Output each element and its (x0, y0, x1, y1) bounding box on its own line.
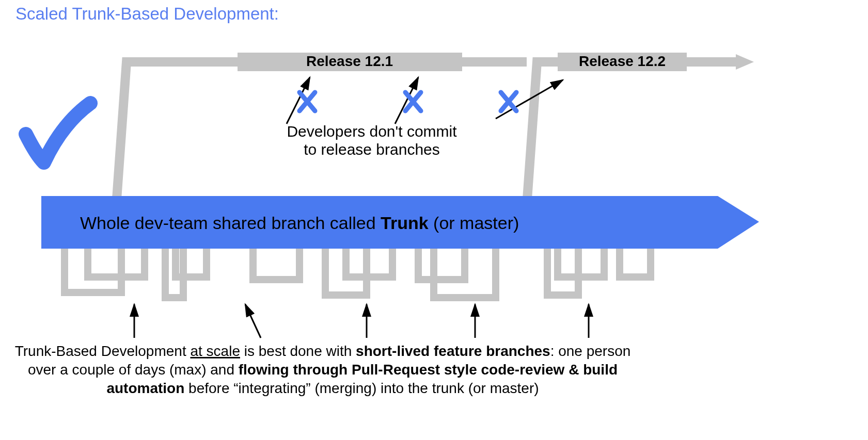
upper-caption-line1: Developers don't commit (287, 123, 457, 140)
trunk-text-bold: Trunk (381, 213, 429, 233)
bc-l3-bold: automation (106, 380, 184, 396)
release-branch-2: Release 12.2 (527, 53, 754, 206)
x-mark-icon (501, 92, 516, 111)
short-branch (418, 249, 465, 280)
svg-text:over a couple of days (max) an: over a couple of days (max) and flowing … (28, 362, 618, 378)
trunk-text-pre: Whole dev-team shared branch called (80, 213, 381, 233)
short-branch (547, 249, 578, 295)
x-mark-icon (405, 92, 421, 111)
svg-text:Trunk-Based Development at sca: Trunk-Based Development at scale is best… (15, 343, 631, 359)
svg-text:automation before “integrating: automation before “integrating” (merging… (106, 380, 539, 396)
trunk-based-diagram: Release 12.1 Release 12.2 (15, 46, 764, 408)
bc-l1-mid: is best done with (240, 343, 356, 359)
bc-l1-bold: short-lived feature branches (356, 343, 550, 359)
bc-l1-post: : one person (550, 343, 631, 359)
bc-l1-ul: at scale (190, 343, 240, 359)
x-mark-icon (299, 92, 315, 111)
no-commit-arrows (287, 77, 563, 124)
section-title: Scaled Trunk-Based Development: (15, 4, 279, 24)
svg-marker-1 (736, 54, 754, 70)
trunk-arrow: Whole dev-team shared branch called Trun… (41, 196, 759, 249)
bottom-caption: Trunk-Based Development at scale is best… (15, 343, 631, 396)
short-branch (253, 249, 299, 280)
short-lived-branches (65, 249, 651, 298)
release-label-1: Release 12.1 (306, 53, 393, 69)
short-branch (65, 249, 121, 292)
trunk-text-post: (or master) (429, 213, 519, 233)
svg-text:Whole dev-team shared branch c: Whole dev-team shared branch called Trun… (80, 213, 519, 233)
short-branch (620, 249, 651, 277)
up-arrow-icon (245, 304, 261, 338)
bc-l1-pre: Trunk-Based Development (15, 343, 191, 359)
bc-l2-pre: over a couple of days (max) and (28, 362, 239, 378)
release-label-2: Release 12.2 (579, 53, 666, 69)
upper-caption-line2: to release branches (304, 141, 440, 158)
bc-l2-bold: flowing through Pull-Request style code-… (239, 362, 618, 378)
bottom-arrows (134, 304, 589, 338)
checkmark-icon (26, 103, 90, 162)
short-branch (88, 249, 145, 277)
bc-l3-post: before “integrating” (merging) into the … (184, 380, 539, 396)
